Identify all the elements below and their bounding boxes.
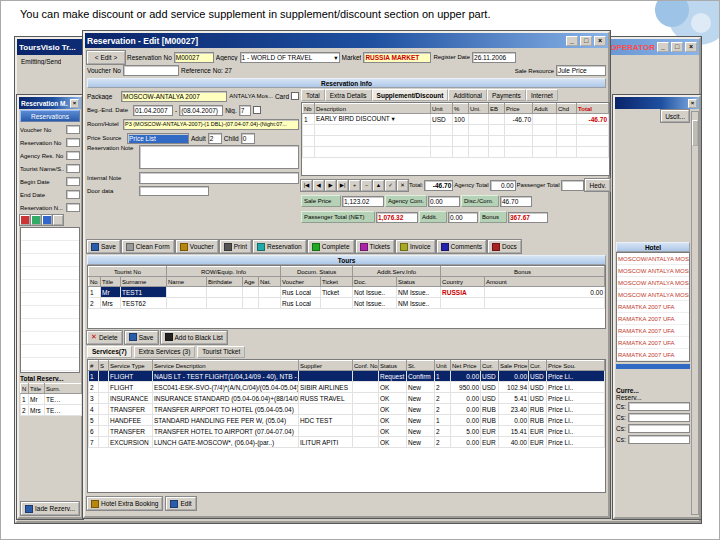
uscit-button[interactable]: Uscit... [661, 110, 689, 122]
invoice-button[interactable]: Invoice [396, 240, 435, 253]
tab-internet[interactable]: Internet [526, 89, 558, 101]
chevron-down-icon[interactable]: ▾ [392, 115, 395, 122]
room-hotel-field[interactable]: P3 (MOSCOW-ANTALYA-2007)-(1 DBL)-(07.04-… [123, 119, 299, 130]
sidebar-item-reservations[interactable]: Reservations [20, 110, 80, 122]
clean-form-button[interactable]: Clean Form [122, 240, 174, 253]
list-item[interactable]: RAMATKA 2007 UFA [617, 313, 689, 325]
sale-resource-field[interactable]: Jule Price [556, 65, 606, 76]
tourist-name-input[interactable] [66, 164, 80, 173]
tab-additional[interactable]: Additional [448, 89, 487, 101]
service-row[interactable]: 5HANDFEESTANDARD HANDLING FEE PER W, (05… [89, 415, 605, 426]
card-checkbox[interactable] [291, 92, 299, 100]
nav-delete-icon[interactable]: − [361, 180, 372, 191]
menu-item-emitting-send[interactable]: Emitting/Send [21, 58, 61, 65]
print-button[interactable]: Print [220, 240, 251, 253]
nav-first-icon[interactable]: |◀ [301, 180, 312, 191]
comments-button[interactable]: Comments [437, 240, 486, 253]
list-item[interactable]: RAMATKA 2007 UFA [617, 349, 689, 361]
register-date-field[interactable]: 26.11.2006 [472, 52, 516, 63]
tickets-button[interactable]: Tickets [356, 240, 394, 253]
vertical-scrollbar[interactable] [691, 111, 699, 515]
internal-note-field[interactable] [139, 172, 299, 184]
voucher-no-input[interactable] [66, 125, 80, 134]
currency-input[interactable] [628, 424, 690, 433]
close-icon[interactable]: × [70, 99, 79, 108]
tab-total[interactable]: Total [301, 89, 325, 101]
list-item[interactable]: MOSCOW ANTALYA MOSCOW [617, 289, 689, 301]
maximize-icon[interactable]: □ [671, 42, 683, 52]
tab-extra-details[interactable]: Extra Details [325, 89, 372, 101]
child-stepper[interactable]: 0 [241, 133, 255, 144]
nav-post-icon[interactable]: ✓ [385, 180, 396, 191]
voucher-button[interactable]: Voucher [176, 240, 218, 253]
nav-cancel-icon[interactable]: ✕ [397, 180, 408, 191]
agency-res-no-input[interactable] [66, 151, 80, 160]
edit-service-button[interactable]: Edit [166, 497, 195, 510]
minimize-icon[interactable]: _ [657, 42, 669, 52]
currency-input[interactable] [628, 435, 690, 444]
agency-field[interactable]: 1 - WORLD OF TRAVEL▾ [240, 52, 340, 63]
service-row[interactable]: 7EXCURSIONLUNCH GATE-MOSCOW*, (06.04)-(p… [89, 437, 605, 448]
night-field[interactable]: 7 [239, 105, 251, 116]
list-item[interactable]: MOSCOW ANTALYA MOSCOW [617, 277, 689, 289]
tab-supplement-discount[interactable]: Supplement/Discount [372, 89, 449, 101]
toolbar-icon[interactable] [31, 215, 41, 225]
voucher-no-field[interactable] [123, 65, 179, 76]
service-row[interactable]: 6TRANSFERTRANSFER HOTEL TO AIRPORT (07.0… [89, 426, 605, 437]
end-date-field[interactable]: (08.04.2007) [179, 105, 223, 116]
adult-stepper[interactable]: 2 [208, 133, 222, 144]
list-item[interactable]: RAMATKA 2007 UFA [617, 301, 689, 313]
tab-extra-services[interactable]: Extra Services (3) [134, 346, 196, 358]
list-item[interactable]: MOSCOW/ANTALYA MOSCOW [617, 253, 689, 265]
list-item[interactable]: MOSCOW ANTALYA MOSCOW [617, 265, 689, 277]
table-row[interactable]: 1 Mr TE… [21, 394, 82, 405]
close-icon[interactable]: × [594, 36, 606, 46]
docs-button[interactable]: Docs [488, 240, 521, 253]
table-row[interactable]: 2 Mrs TE… [21, 405, 82, 416]
scrollbar-thumb[interactable] [692, 120, 698, 146]
save-tourist-button[interactable]: Save [125, 331, 158, 344]
nav-add-icon[interactable]: + [349, 180, 360, 191]
tab-services[interactable]: Services(7) [87, 346, 132, 358]
hotel-extra-booking-button[interactable]: Hotel Extra Booking [87, 497, 162, 510]
list-item[interactable]: RAMATKA 2007 UFA [617, 337, 689, 349]
begin-date-input[interactable] [66, 177, 80, 186]
nav-last-icon[interactable]: ▶| [337, 180, 348, 191]
close-icon[interactable]: × [685, 42, 697, 52]
tab-tourist-ticket[interactable]: Tourist Ticket [197, 346, 245, 358]
door-data-field[interactable] [139, 186, 209, 196]
complete-button[interactable]: Complete [308, 240, 354, 253]
checkbox[interactable] [253, 106, 261, 114]
reservation-list[interactable] [20, 227, 80, 373]
maximize-icon[interactable]: □ [580, 36, 592, 46]
end-date-input[interactable] [66, 190, 80, 199]
package-field[interactable]: MOSCOW-ANTALYA 2007 [121, 91, 227, 102]
service-row[interactable]: 4TRANSFERTRANSFER AIRPORT TO HOTEL (05.0… [89, 404, 605, 415]
service-row[interactable]: 1FLIGHTNAUS LT - TEST FLIGHT(1/04,14/09 … [89, 371, 605, 382]
add-to-black-list-button[interactable]: Add to Black List [161, 331, 227, 344]
save-button[interactable]: Save [87, 240, 120, 253]
tourist-row[interactable]: 1 Mr TEST1 Rus Local Ticket Not Issue.. … [89, 287, 605, 298]
toolbar-icon[interactable] [20, 215, 30, 225]
supplement-row[interactable]: 1 EARLY BIRD DISCOUNT ▾ USD 100 -46.70 -… [303, 114, 609, 125]
price-source-field[interactable]: Price List [127, 133, 189, 144]
toolbar-icon[interactable] [53, 215, 63, 225]
reservation-no-input[interactable] [66, 138, 80, 147]
toolbar-icon[interactable] [42, 215, 52, 225]
minimize-icon[interactable]: _ [566, 36, 578, 46]
hedv-button[interactable]: Hedv. [585, 179, 610, 191]
nav-edit-icon[interactable]: ▲ [373, 180, 384, 191]
nav-next-icon[interactable]: ▶ [325, 180, 336, 191]
edit-button[interactable]: < Edit > [87, 51, 125, 64]
reservation-note-field[interactable] [139, 145, 299, 169]
service-row[interactable]: 2FLIGHTESC041-ESK-SVO-(7/4)*(A/N,C/04)/(… [89, 382, 605, 393]
service-row[interactable]: 3INSURANCEINSURANCE STANDARD (05.04-06.0… [89, 393, 605, 404]
currency-input[interactable] [628, 402, 690, 411]
reservation-no-field[interactable]: M00027 [174, 52, 214, 63]
currency-input[interactable] [628, 413, 690, 422]
market-field[interactable]: RUSSIA MARKET [363, 52, 431, 63]
close-icon[interactable]: × [688, 99, 697, 108]
tourist-row[interactable]: 2 Mrs TEST62 Rus Local Not Issue.. NM Is… [89, 298, 605, 309]
tab-payments[interactable]: Payments [487, 89, 526, 101]
reservation-note-input[interactable] [66, 203, 80, 212]
